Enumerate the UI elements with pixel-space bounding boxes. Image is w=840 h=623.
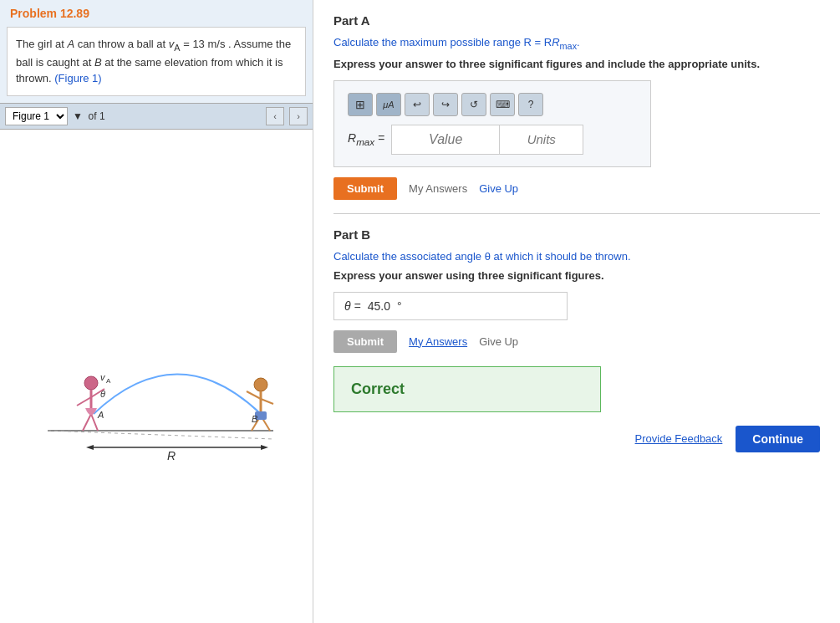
help-button[interactable]: ? <box>518 93 543 116</box>
figure-svg: R v A θ A <box>23 284 290 468</box>
part-a-my-answers-link[interactable]: My Answers <box>409 182 467 195</box>
svg-line-21 <box>261 399 273 404</box>
svg-point-16 <box>254 378 267 391</box>
problem-description: The girl at A can throw a ball at vA = 1… <box>7 27 306 96</box>
figure-nav: Figure 1 ▼ of 1 ‹ › <box>0 103 313 130</box>
mu-button[interactable]: μA <box>376 93 401 116</box>
matrix-button[interactable]: ⊞ <box>348 93 373 116</box>
svg-text:B: B <box>252 414 257 424</box>
part-b-section: Part B Calculate the associated angle θ … <box>333 227 820 452</box>
problem-title-prefix: Problem <box>10 7 60 20</box>
part-a-label: Part A <box>333 13 820 28</box>
part-b-theta-box: θ = 45.0 ° <box>333 292 568 320</box>
footer-row: Provide Feedback Continue <box>333 426 820 452</box>
svg-line-10 <box>77 397 91 406</box>
equation-label: Rmax = <box>348 131 384 147</box>
continue-button[interactable]: Continue <box>736 426 820 452</box>
theta-value: 45.0 <box>368 299 390 313</box>
part-b-my-answers-link[interactable]: My Answers <box>409 335 467 348</box>
figure-of-label: ▼ of 1 <box>73 110 105 122</box>
provide-feedback-link[interactable]: Provide Feedback <box>635 432 723 445</box>
figure-area: R v A θ A <box>0 130 313 623</box>
figure-prev-button[interactable]: ‹ <box>266 107 284 125</box>
part-b-question: Calculate the associated angle θ at whic… <box>333 250 820 263</box>
part-a-section: Part A Calculate the maximum possible ra… <box>333 13 820 200</box>
part-a-submit-button[interactable]: Submit <box>333 177 397 200</box>
svg-point-6 <box>84 376 98 390</box>
part-a-toolbar: ⊞ μA ↩ ↪ ↺ ⌨ ? <box>348 93 637 116</box>
part-a-answer-box: ⊞ μA ↩ ↪ ↺ ⌨ ? Rmax = <box>333 80 651 167</box>
svg-line-8 <box>83 414 91 431</box>
svg-text:R: R <box>167 449 176 462</box>
correct-box: Correct <box>333 366 601 412</box>
figure-next-button[interactable]: › <box>289 107 308 125</box>
theta-unit: ° <box>397 299 402 313</box>
svg-marker-3 <box>86 445 94 450</box>
part-a-give-up-link[interactable]: Give Up <box>479 182 518 195</box>
figure-link[interactable]: (Figure 1) <box>54 72 101 84</box>
problem-title: Problem 12.89 <box>0 0 313 27</box>
value-input[interactable] <box>391 125 500 155</box>
part-b-label: Part B <box>333 227 820 242</box>
part-a-submit-row: Submit My Answers Give Up <box>333 177 820 200</box>
svg-text:A: A <box>97 410 104 420</box>
svg-marker-4 <box>261 445 268 450</box>
svg-line-20 <box>247 391 261 399</box>
part-b-give-up-label: Give Up <box>479 335 518 348</box>
svg-text:A: A <box>106 377 111 385</box>
keyboard-button[interactable]: ⌨ <box>490 93 515 116</box>
svg-line-9 <box>91 414 98 431</box>
part-a-input-row: Rmax = <box>348 125 637 155</box>
figure-select[interactable]: Figure 1 <box>5 107 68 125</box>
redo-button[interactable]: ↪ <box>433 93 458 116</box>
refresh-button[interactable]: ↺ <box>461 93 486 116</box>
part-divider <box>333 213 820 214</box>
part-b-instruction: Express your answer using three signific… <box>333 269 820 282</box>
part-b-submit-row: Submit My Answers Give Up <box>333 330 820 353</box>
undo-button[interactable]: ↩ <box>405 93 430 116</box>
svg-line-1 <box>48 431 273 439</box>
right-panel: Part A Calculate the maximum possible ra… <box>313 0 840 623</box>
part-b-submit-button[interactable]: Submit <box>333 330 397 353</box>
problem-number: 12.89 <box>60 7 89 20</box>
svg-text:v: v <box>100 372 106 382</box>
theta-label: θ = <box>344 299 361 313</box>
part-a-question: Calculate the maximum possible range R =… <box>333 36 820 51</box>
left-panel: Problem 12.89 The girl at A can throw a … <box>0 0 313 623</box>
correct-text: Correct <box>351 380 405 397</box>
part-a-instruction: Express your answer to three significant… <box>333 58 820 70</box>
units-input[interactable] <box>500 125 583 155</box>
svg-text:θ: θ <box>100 389 105 399</box>
